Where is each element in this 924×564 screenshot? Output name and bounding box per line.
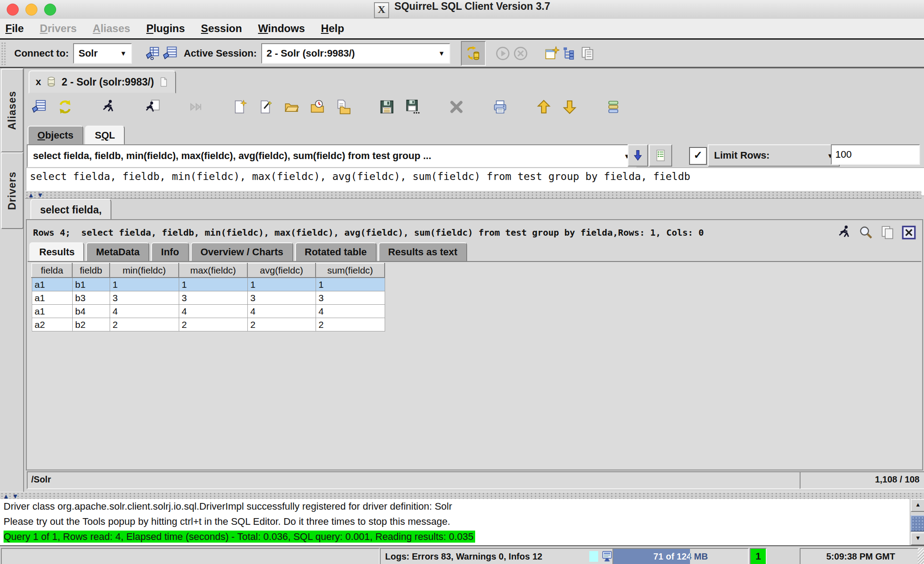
scroll-up-icon[interactable]: ▲	[911, 499, 924, 512]
refresh-icon[interactable]	[56, 98, 74, 116]
window-titlebar: XSQuirreL SQL Client Version 3.7	[0, 0, 924, 19]
toolbar-drag-handle[interactable]	[1, 42, 6, 65]
log-line-highlighted: Query 1 of 1, Rows read: 4, Elapsed time…	[0, 529, 924, 544]
cell: 4	[110, 305, 179, 318]
limit-rows-input[interactable]	[831, 144, 920, 165]
column-header[interactable]: fielda	[32, 263, 72, 278]
new-sql-icon[interactable]	[231, 98, 249, 116]
run-sql-icon[interactable]	[100, 98, 118, 116]
menu-session[interactable]: Session	[201, 22, 242, 35]
new-session-window-icon[interactable]	[543, 45, 561, 62]
append-file-icon[interactable]	[334, 98, 352, 116]
tab-overview-charts[interactable]: Overview / Charts	[191, 242, 293, 262]
session-properties-icon[interactable]	[30, 98, 48, 116]
save-icon[interactable]	[378, 98, 396, 116]
collapse-up-icon[interactable]: ▲	[3, 493, 9, 499]
tab-sql[interactable]: SQL	[85, 126, 125, 145]
limit-rows-checkbox[interactable]: ✓	[689, 147, 707, 165]
memory-gauge[interactable]: 71 of 124 MB 71 of 124 MB	[612, 548, 749, 564]
commit-icon[interactable]	[461, 41, 486, 66]
log-status-indicator	[589, 551, 598, 562]
table-row[interactable]: a1b33333	[32, 291, 385, 305]
exec-down-arrow-icon	[632, 149, 644, 162]
cell: 1	[247, 278, 316, 291]
tab-rotated-table-label: Rotated table	[305, 246, 367, 258]
copy-session-icon[interactable]	[579, 45, 596, 62]
edit-sql-wand-icon[interactable]	[257, 98, 275, 116]
result-frame-tab[interactable]: select fielda,	[30, 199, 111, 221]
open-file-icon[interactable]	[283, 98, 300, 116]
logs-summary-text: Logs: Errors 83, Warnings 0, Infos 12	[385, 552, 542, 562]
close-result-icon[interactable]	[900, 224, 918, 241]
tab-sql-label: SQL	[95, 130, 115, 141]
cell: 2	[247, 318, 316, 331]
menu-help[interactable]: Help	[321, 22, 344, 35]
scroll-down-icon[interactable]: ▼	[911, 532, 924, 545]
table-row[interactable]: a1b11111	[32, 278, 385, 291]
next-result-icon[interactable]	[561, 98, 579, 116]
table-row[interactable]: a2b22222	[32, 318, 385, 331]
file-history-icon[interactable]	[308, 98, 326, 116]
tab-objects[interactable]: Objects	[28, 126, 83, 145]
close-session-icon[interactable]: x	[36, 76, 41, 88]
log-viewer-icon[interactable]	[601, 550, 613, 563]
run-all-sql-icon[interactable]	[144, 98, 161, 116]
message-log[interactable]: Driver class org.apache.solr.client.solr…	[0, 499, 924, 545]
save-as-icon[interactable]	[404, 98, 422, 116]
menu-plugins[interactable]: Plugins	[146, 22, 185, 35]
result-tab-list-icon[interactable]	[604, 98, 622, 116]
tab-rotated-table[interactable]: Rotated table	[295, 242, 377, 262]
logs-summary-panel[interactable]: Logs: Errors 83, Warnings 0, Infos 12	[380, 548, 617, 564]
sql-history-dropdown[interactable]: select fielda, fieldb, min(fieldc), max(…	[27, 144, 637, 168]
previous-result-icon[interactable]	[535, 98, 553, 116]
scrollbar-thumb[interactable]	[911, 515, 924, 531]
column-header[interactable]: fieldb	[72, 263, 110, 278]
session-tab[interactable]: x 2 - Solr (solr:9983/)	[29, 70, 176, 94]
exec-sql-button[interactable]	[628, 144, 648, 167]
tab-results-as-text[interactable]: Results as text	[378, 242, 467, 262]
column-header[interactable]: max(fieldc)	[179, 263, 247, 278]
log-scrollbar[interactable]: ▲ ▼	[910, 499, 924, 545]
tab-info[interactable]: Info	[151, 242, 189, 262]
connect-to-dropdown[interactable]: Solr ▼	[73, 43, 132, 64]
cell: 3	[110, 291, 179, 305]
sidebar-item-drivers[interactable]: Drivers	[1, 152, 24, 229]
limit-rows-dropdown[interactable]: Limit Rows: ▼	[708, 144, 840, 167]
tab-results[interactable]: Results	[29, 242, 84, 262]
window-title-wrap: XSQuirreL SQL Client Version 3.7	[0, 0, 924, 18]
sidebar-item-aliases[interactable]: Aliases	[1, 69, 24, 152]
active-session-dropdown[interactable]: 2 - Solr (solr:9983/) ▼	[261, 43, 450, 64]
close-file-icon	[448, 98, 465, 116]
session-status-path: /Solr	[27, 471, 802, 489]
active-session-label: Active Session:	[184, 48, 257, 59]
print-icon[interactable]	[491, 98, 509, 116]
menu-file[interactable]: File	[5, 22, 24, 35]
editor-results-splitter[interactable]: ▲ ▼	[25, 191, 921, 199]
window-title: SQuirreL SQL Client Version 3.7	[394, 0, 550, 12]
copy-result-icon[interactable]	[879, 224, 896, 241]
result-content-pane: fielda fieldb min(fieldc) max(fieldc) av…	[28, 261, 921, 469]
find-in-result-icon[interactable]	[857, 224, 875, 241]
alias-connect-icon[interactable]	[144, 45, 161, 62]
cell: a1	[32, 291, 72, 305]
column-header[interactable]: sum(fieldc)	[316, 263, 385, 278]
table-row[interactable]: a1b44444	[32, 305, 385, 318]
column-header[interactable]: avg(fieldc)	[247, 263, 316, 278]
skip-statement-icon	[187, 98, 205, 116]
rerun-sql-icon[interactable]	[836, 224, 854, 241]
menu-windows[interactable]: Windows	[258, 22, 305, 35]
collapse-down-icon[interactable]: ▼	[37, 192, 44, 198]
connect-to-label: Connect to:	[14, 48, 69, 59]
object-tree-icon[interactable]	[561, 45, 579, 62]
cell: 4	[247, 305, 316, 318]
sql-history-list-button[interactable]	[649, 144, 672, 167]
collapse-up-icon[interactable]: ▲	[28, 192, 34, 198]
sidebar-aliases-label: Aliases	[6, 91, 18, 130]
cell: a1	[32, 278, 72, 291]
column-header[interactable]: min(fieldc)	[110, 263, 179, 278]
session-sheet-icon[interactable]	[161, 45, 179, 62]
tab-metadata[interactable]: MetaData	[86, 242, 149, 262]
collapse-down-icon[interactable]: ▼	[12, 493, 19, 499]
resize-grip[interactable]	[918, 548, 924, 564]
cancel-icon	[512, 45, 530, 62]
